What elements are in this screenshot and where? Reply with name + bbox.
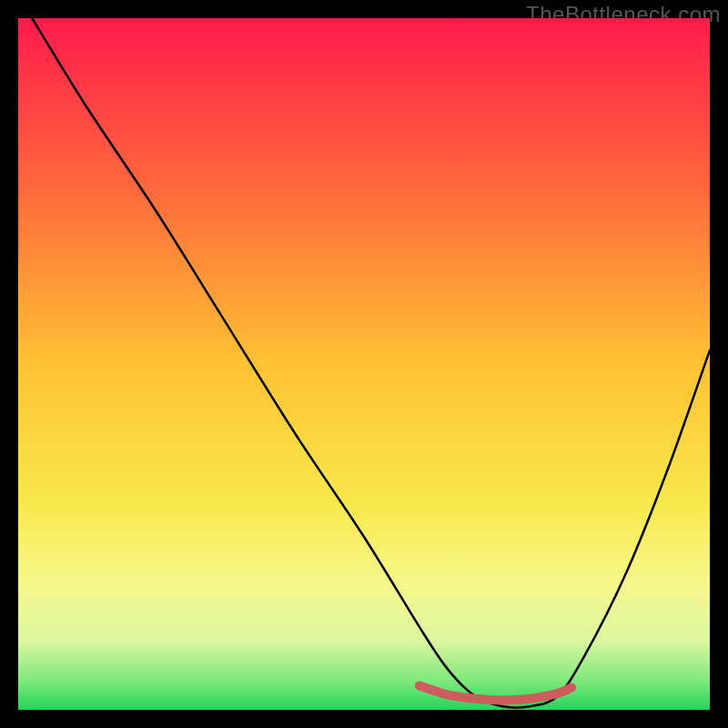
gradient-background (18, 18, 710, 710)
chart-plot (18, 18, 710, 710)
chart-frame: TheBottleneck.com (0, 0, 728, 728)
